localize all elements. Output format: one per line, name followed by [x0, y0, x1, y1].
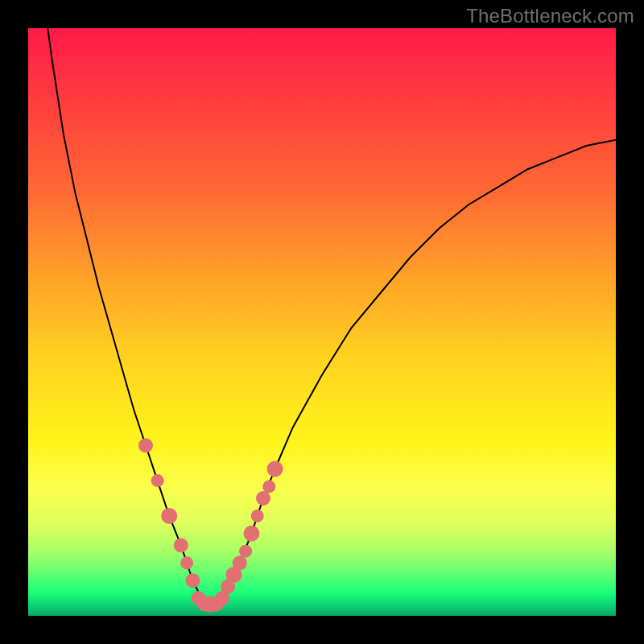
data-marker [267, 461, 283, 477]
curve-svg [28, 28, 616, 616]
data-marker [138, 438, 153, 452]
plot-area [28, 28, 616, 616]
data-marker [251, 510, 264, 522]
watermark-text: TheBottleneck.com [466, 5, 634, 27]
data-marker [151, 474, 164, 487]
bottleneck-curve [28, 0, 616, 604]
data-marker [174, 538, 188, 552]
data-marker [243, 526, 259, 542]
data-marker [239, 545, 252, 558]
chart-canvas: TheBottleneck.com [0, 0, 644, 644]
data-marker [185, 573, 200, 588]
data-markers [138, 438, 283, 612]
data-marker [233, 555, 247, 570]
data-marker [262, 480, 275, 493]
data-marker [180, 556, 193, 569]
data-marker [256, 491, 270, 506]
data-marker [161, 508, 177, 524]
